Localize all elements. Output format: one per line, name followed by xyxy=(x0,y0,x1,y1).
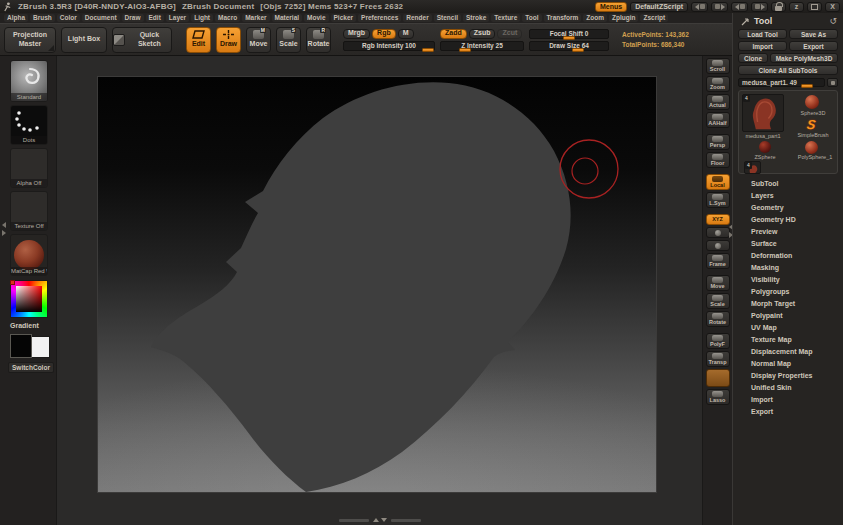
menu-item[interactable]: Macro xyxy=(215,14,240,22)
tool-section-row[interactable]: Layers xyxy=(733,190,843,202)
tool-section-row[interactable]: UV Map xyxy=(733,322,843,334)
load-tool-button[interactable]: Load Tool xyxy=(738,29,787,39)
menu-item[interactable]: Brush xyxy=(30,14,55,22)
tool-section-row[interactable]: Polypaint xyxy=(733,310,843,322)
zadd-button[interactable]: Zadd xyxy=(440,29,467,39)
rotate-view-button[interactable]: Rotate xyxy=(706,311,730,327)
zsub-button[interactable]: Zsub xyxy=(469,29,496,39)
recent-tool-thumbnail[interactable]: 4 xyxy=(744,161,761,174)
tool-section-row[interactable]: Deformation xyxy=(733,250,843,262)
current-brush-tile[interactable]: Standard xyxy=(10,60,48,102)
quick-sketch-button[interactable]: Quick Sketch xyxy=(112,27,172,53)
current-tool-slider[interactable]: medusa_part1. 49 xyxy=(738,78,825,87)
tool-section-row[interactable]: Morph Target xyxy=(733,298,843,310)
minimize-button[interactable]: z xyxy=(789,2,804,12)
prev-doc-button[interactable] xyxy=(731,2,748,12)
menu-item[interactable]: Picker xyxy=(331,14,357,22)
scroll-button[interactable]: Scroll xyxy=(706,58,730,74)
edit-button[interactable]: Edit xyxy=(186,27,211,53)
scale-button[interactable]: S Scale xyxy=(276,27,301,53)
color-picker[interactable] xyxy=(10,280,48,318)
tool-section-row[interactable]: Visibility xyxy=(733,274,843,286)
sculpt-canvas[interactable] xyxy=(97,76,657,493)
tool-section-row[interactable]: Geometry xyxy=(733,202,843,214)
ghost-swatch-button[interactable] xyxy=(706,369,730,387)
menu-item[interactable]: Zscript xyxy=(640,14,668,22)
actual-button[interactable]: Actual xyxy=(706,94,730,110)
transp-button[interactable]: Transp xyxy=(706,351,730,367)
tool-section-row[interactable]: Texture Map xyxy=(733,334,843,346)
menu-item[interactable]: Texture xyxy=(491,14,520,22)
current-texture-tile[interactable]: Texture Off xyxy=(10,191,48,231)
focal-shift-handle[interactable] xyxy=(563,36,575,40)
reload-icon[interactable]: ↺ xyxy=(829,16,837,26)
save-as-button[interactable]: Save As xyxy=(789,29,838,39)
polyf-button[interactable]: PolyF xyxy=(706,333,730,349)
z-intensity-slider[interactable]: Z Intensity 25 xyxy=(440,41,524,51)
export-button[interactable]: Export xyxy=(789,41,838,51)
tool-section-row[interactable]: Export xyxy=(733,406,843,418)
focal-shift-slider[interactable]: Focal Shift 0 xyxy=(529,29,609,39)
menu-item[interactable]: Draw xyxy=(122,14,144,22)
next-doc-button[interactable] xyxy=(751,2,768,12)
tool-section-row[interactable]: Import xyxy=(733,394,843,406)
scale-view-button[interactable]: Scale xyxy=(706,293,730,309)
main-color-swatch[interactable] xyxy=(10,334,32,358)
tool-section-row[interactable]: Masking xyxy=(733,262,843,274)
floor-button[interactable]: Floor xyxy=(706,152,730,168)
zoom-button[interactable]: Zoom xyxy=(706,76,730,92)
rotate-button[interactable]: R Rotate xyxy=(306,27,331,53)
menu-item[interactable]: Color xyxy=(57,14,80,22)
current-tool-handle[interactable] xyxy=(801,84,813,88)
draw-size-handle[interactable] xyxy=(572,48,584,52)
lock-button[interactable] xyxy=(771,2,786,12)
lsym-button[interactable]: L.Sym xyxy=(706,192,730,208)
xyz-button[interactable]: XYZ xyxy=(706,214,730,225)
light-box-button[interactable]: Light Box xyxy=(61,27,107,53)
menu-item[interactable]: Zoom xyxy=(583,14,607,22)
default-zscript-button[interactable]: DefaultZScript xyxy=(630,2,688,12)
menu-item[interactable]: Light xyxy=(191,14,213,22)
menu-item[interactable]: Zplugin xyxy=(609,14,638,22)
current-material-tile[interactable]: MatCap Red Wa xyxy=(10,234,48,276)
tool-section-row[interactable]: Normal Map xyxy=(733,358,843,370)
zsphere-icon[interactable] xyxy=(759,141,771,153)
tool-section-row[interactable]: Polygroups xyxy=(733,286,843,298)
active-tool-thumbnail[interactable]: 4 xyxy=(742,94,784,132)
z-intensity-handle[interactable] xyxy=(459,48,471,52)
gradient-label[interactable]: Gradient xyxy=(10,322,39,329)
tool-section-row[interactable]: SubTool xyxy=(733,178,843,190)
menu-item[interactable]: Render xyxy=(403,14,431,22)
menu-item[interactable]: Alpha xyxy=(4,14,28,22)
tool-section-row[interactable]: Preview xyxy=(733,226,843,238)
tool-section-row[interactable]: Surface xyxy=(733,238,843,250)
menu-item[interactable]: Layer xyxy=(166,14,189,22)
rgb-button[interactable]: Rgb xyxy=(372,29,396,39)
restore-button[interactable] xyxy=(807,2,822,12)
close-button[interactable]: X xyxy=(825,2,840,12)
document-area[interactable] xyxy=(57,56,702,525)
menu-item[interactable]: Transform xyxy=(544,14,582,22)
clone-button[interactable]: Clone xyxy=(738,53,768,63)
draw-button[interactable]: Draw xyxy=(216,27,241,53)
clone-all-subtools-button[interactable]: Clone All SubTools xyxy=(738,65,838,75)
rgb-intensity-handle[interactable] xyxy=(422,48,434,52)
move-button[interactable]: M Move xyxy=(246,27,271,53)
menus-button[interactable]: Menus xyxy=(595,2,627,12)
menu-item[interactable]: Document xyxy=(82,14,120,22)
menu-item[interactable]: Material xyxy=(272,14,303,22)
secondary-color-swatch[interactable] xyxy=(31,336,50,358)
menu-item[interactable]: Stencil xyxy=(434,14,461,22)
sym-xy-button[interactable] xyxy=(706,240,730,251)
sym-y-button[interactable] xyxy=(706,227,730,238)
aahalf-button[interactable]: AAHalf xyxy=(706,112,730,128)
frame-button[interactable]: Frame xyxy=(706,253,730,269)
sphere3d-icon[interactable] xyxy=(805,95,819,109)
tool-section-row[interactable]: Displacement Map xyxy=(733,346,843,358)
menu-item[interactable]: Movie xyxy=(304,14,328,22)
rgb-intensity-slider[interactable]: Rgb Intensity 100 xyxy=(343,41,435,51)
menu-item[interactable]: Stroke xyxy=(463,14,489,22)
tool-section-row[interactable]: Geometry HD xyxy=(733,214,843,226)
tool-section-row[interactable]: Display Properties xyxy=(733,370,843,382)
move-view-button[interactable]: Move xyxy=(706,275,730,291)
